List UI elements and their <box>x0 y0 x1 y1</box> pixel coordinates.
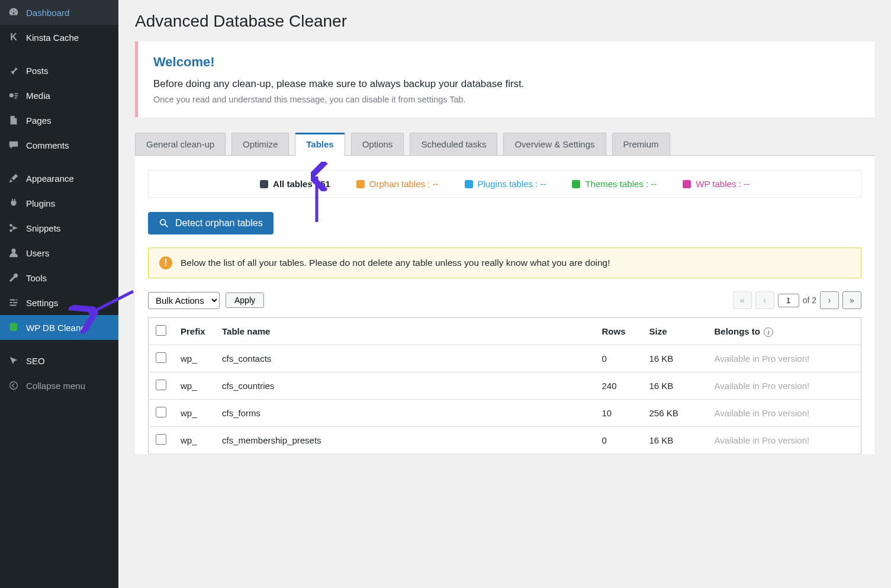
select-all-checkbox[interactable] <box>156 325 166 336</box>
welcome-notice: Welcome! Before doing any clean-up, plea… <box>135 41 874 117</box>
page-last[interactable]: » <box>842 291 861 309</box>
collapse-label: Collapse menu <box>26 381 85 391</box>
cell-belongs: Available in Pro version! <box>707 345 861 372</box>
page-prev[interactable]: ‹ <box>755 291 774 309</box>
tab-options[interactable]: Options <box>351 133 404 155</box>
main-content: Advanced Database Cleaner Welcome! Befor… <box>118 0 891 588</box>
menu-label: Posts <box>26 66 49 76</box>
header-belongs[interactable]: Belongs toi <box>707 318 861 345</box>
menu-users[interactable]: Users <box>0 240 118 265</box>
cell-name: cfs_forms <box>215 400 595 427</box>
header-prefix[interactable]: Prefix <box>173 318 215 345</box>
table-row: wp_ cfs_countries 240 16 KB Available in… <box>149 372 861 400</box>
scissors-icon <box>7 221 20 234</box>
page-first[interactable]: « <box>733 291 752 309</box>
menu-label: Tools <box>26 273 47 283</box>
menu-pages[interactable]: Pages <box>0 108 118 133</box>
filter-all[interactable]: All tables : 51 <box>260 179 330 189</box>
tab-general-cleanup[interactable]: General clean-up <box>135 133 226 155</box>
page-of: of 2 <box>803 295 816 305</box>
search-icon <box>159 218 169 229</box>
cell-prefix: wp_ <box>173 345 215 372</box>
cell-name: cfs_countries <box>215 372 595 400</box>
filter-bar: All tables : 51 Orphan tables : -- Plugi… <box>148 170 861 198</box>
menu-snippets[interactable]: Snippets <box>0 216 118 240</box>
cell-size: 16 KB <box>642 345 707 372</box>
cell-rows: 240 <box>595 372 642 400</box>
table-header-row: Prefix Table name Rows Size Belongs toi <box>149 318 861 345</box>
filter-plugins[interactable]: Plugins tables : -- <box>465 179 546 189</box>
welcome-text-1: Before doing any clean-up, please make s… <box>153 78 859 90</box>
menu-label: Pages <box>26 115 52 126</box>
pin-icon <box>7 64 20 77</box>
tab-overview[interactable]: Overview & Settings <box>503 133 606 155</box>
cell-belongs: Available in Pro version! <box>707 400 861 427</box>
cell-name: cfs_contacts <box>215 345 595 372</box>
cell-rows: 0 <box>595 345 642 372</box>
page-next[interactable]: › <box>820 291 839 309</box>
menu-media[interactable]: Media <box>0 83 118 108</box>
svg-point-6 <box>160 220 166 225</box>
page-current-input[interactable] <box>778 294 799 307</box>
row-checkbox[interactable] <box>156 352 166 363</box>
header-name[interactable]: Table name <box>215 318 595 345</box>
tables-panel: All tables : 51 Orphan tables : -- Plugi… <box>135 156 874 454</box>
table-row: wp_ cfs_forms 10 256 KB Available in Pro… <box>149 400 861 427</box>
row-checkbox[interactable] <box>156 380 166 390</box>
cell-belongs: Available in Pro version! <box>707 427 861 454</box>
menu-tools[interactable]: Tools <box>0 265 118 290</box>
row-checkbox[interactable] <box>156 407 166 417</box>
cell-size: 256 KB <box>642 400 707 427</box>
plug-icon <box>7 197 20 210</box>
menu-label: Settings <box>26 298 58 308</box>
bulk-apply-button[interactable]: Apply <box>226 293 264 308</box>
tab-premium[interactable]: Premium <box>612 133 670 155</box>
swatch-icon <box>465 180 473 188</box>
swatch-icon <box>260 180 268 188</box>
menu-label: SEO <box>26 356 45 366</box>
filter-themes[interactable]: Themes tables : -- <box>572 179 657 189</box>
cell-rows: 0 <box>595 427 642 454</box>
page-icon <box>7 114 20 127</box>
media-icon <box>7 89 20 102</box>
plugin-tabs: General clean-up Optimize Tables Options… <box>135 133 874 156</box>
tab-scheduled[interactable]: Scheduled tasks <box>410 133 497 155</box>
tab-tables[interactable]: Tables <box>295 133 345 156</box>
filter-orphan[interactable]: Orphan tables : -- <box>356 179 439 189</box>
menu-kinsta[interactable]: KKinsta Cache <box>0 25 118 50</box>
swatch-icon <box>572 180 580 188</box>
cell-name: cfs_membership_presets <box>215 427 595 454</box>
svg-point-0 <box>9 93 14 97</box>
bulk-select[interactable]: Bulk Actions <box>148 292 220 309</box>
comment-icon <box>7 139 20 152</box>
collapse-icon <box>7 379 20 392</box>
svg-point-2 <box>9 229 12 232</box>
cell-size: 16 KB <box>642 427 707 454</box>
row-checkbox[interactable] <box>156 434 166 445</box>
tab-optimize[interactable]: Optimize <box>231 133 289 155</box>
menu-appearance[interactable]: Appearance <box>0 166 118 191</box>
table-row: wp_ cfs_membership_presets 0 16 KB Avail… <box>149 427 861 454</box>
menu-wp-db-cleaner[interactable]: WP DB Cleaner <box>0 315 118 340</box>
bulk-actions: Bulk Actions Apply <box>148 292 264 309</box>
welcome-heading: Welcome! <box>153 54 859 70</box>
menu-seo[interactable]: SEO <box>0 348 118 373</box>
menu-plugins[interactable]: Plugins <box>0 191 118 216</box>
header-rows[interactable]: Rows <box>595 318 642 345</box>
detect-orphan-button[interactable]: Detect orphan tables <box>148 212 274 234</box>
warning-text: Below the list of all your tables. Pleas… <box>181 258 610 268</box>
cell-prefix: wp_ <box>173 427 215 454</box>
brush-icon <box>7 172 20 185</box>
menu-comments[interactable]: Comments <box>0 133 118 158</box>
pagination: « ‹ of 2 › » <box>733 291 861 309</box>
filter-wp[interactable]: WP tables : -- <box>683 179 750 189</box>
warning-notice: ! Below the list of all your tables. Ple… <box>148 248 861 278</box>
menu-dashboard[interactable]: Dashboard <box>0 0 118 25</box>
collapse-menu[interactable]: Collapse menu <box>0 373 118 398</box>
kinsta-icon: K <box>7 31 20 44</box>
menu-settings[interactable]: Settings <box>0 290 118 315</box>
svg-point-5 <box>10 382 18 390</box>
header-size[interactable]: Size <box>642 318 707 345</box>
database-icon <box>7 321 20 334</box>
menu-posts[interactable]: Posts <box>0 58 118 83</box>
